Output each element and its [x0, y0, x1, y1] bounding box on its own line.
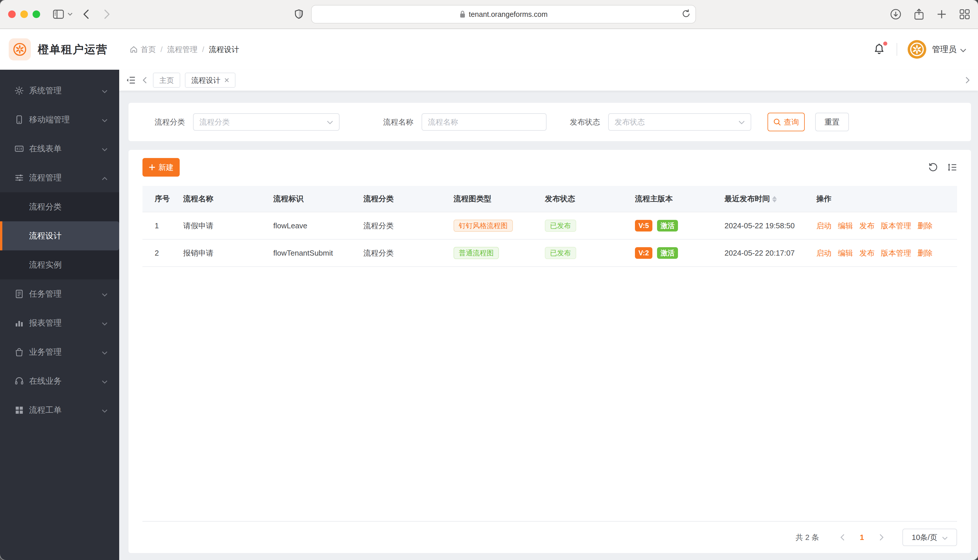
safari-sidebar-icon[interactable] [53, 9, 64, 19]
app-title: 橙单租户运营 [38, 42, 107, 57]
close-window-button[interactable] [8, 10, 16, 18]
sidebar-item-system-mgmt[interactable]: 系统管理 [0, 76, 119, 105]
tab-flow-design[interactable]: 流程设计 [185, 73, 236, 88]
avatar[interactable] [908, 40, 926, 59]
tab-home[interactable]: 主页 [153, 73, 180, 88]
publish-link[interactable]: 发布 [859, 221, 874, 230]
sidebar-item-flow-category[interactable]: 流程分类 [0, 192, 119, 221]
col-main-version: 流程主版本 [630, 186, 720, 212]
privacy-shield-icon[interactable] [295, 9, 303, 19]
user-menu-chevron-icon[interactable] [960, 44, 966, 55]
sidebar-item-business-mgmt[interactable]: 业务管理 [0, 338, 119, 367]
breadcrumb-home[interactable]: 首页 [130, 45, 156, 55]
reload-icon[interactable] [682, 9, 690, 18]
page-size-select[interactable]: 10条/页 [903, 528, 957, 546]
cell-category: 流程分类 [359, 239, 449, 267]
tabs-scroll-left-icon[interactable] [142, 77, 147, 83]
user-name[interactable]: 管理员 [932, 44, 956, 55]
sidebar-item-flow-instance[interactable]: 流程实例 [0, 250, 119, 279]
share-button[interactable] [914, 8, 924, 20]
publish-status-tag: 已发布 [545, 247, 576, 259]
sidebar-item-mobile-mgmt[interactable]: 移动端管理 [0, 105, 119, 134]
orange-slice-icon [908, 41, 926, 58]
forward-button[interactable] [104, 9, 110, 19]
plus-icon [149, 164, 155, 171]
query-button[interactable]: 查询 [767, 113, 805, 131]
notification-bell-button[interactable] [873, 43, 885, 55]
cell-actions: 启动编辑发布版本管理删除 [812, 239, 957, 267]
column-settings-icon[interactable] [947, 163, 957, 172]
chevron-down-icon [102, 86, 107, 95]
prev-page-icon[interactable] [832, 534, 853, 541]
screen: tenant.orangeforms.com 橙单 [0, 0, 978, 560]
start-link[interactable]: 启动 [816, 248, 831, 257]
sidebar-chevron-down-icon[interactable] [67, 12, 73, 16]
sidebar-item-report-mgmt[interactable]: 报表管理 [0, 308, 119, 338]
document-icon [15, 289, 24, 298]
delete-link[interactable]: 删除 [918, 221, 933, 230]
sort-carets-icon[interactable] [772, 196, 777, 202]
col-flow-name: 流程名称 [179, 186, 269, 212]
reset-button[interactable]: 重置 [815, 113, 849, 131]
filter-name-label: 流程名称 [383, 117, 413, 127]
headset-icon [15, 377, 24, 386]
sidebar-item-online-business[interactable]: 在线业务 [0, 367, 119, 396]
close-icon[interactable] [224, 78, 229, 82]
filter-name-input[interactable] [421, 113, 547, 131]
chevron-down-icon [942, 533, 948, 542]
new-tab-button[interactable] [937, 9, 946, 19]
page-number[interactable]: 1 [853, 533, 871, 542]
filter-status-label: 发布状态 [570, 117, 600, 127]
chevron-down-icon [102, 289, 107, 298]
active-badge: 激活 [657, 220, 678, 232]
delete-link[interactable]: 删除 [918, 248, 933, 257]
cell-published-at: 2024-05-22 20:17:07 [720, 239, 812, 267]
chevron-down-icon [102, 115, 107, 124]
back-button[interactable] [83, 9, 89, 19]
minimize-window-button[interactable] [20, 10, 28, 18]
version-mgmt-link[interactable]: 版本管理 [881, 248, 911, 257]
refresh-icon[interactable] [928, 162, 938, 172]
sidebar-item-online-forms[interactable]: 在线表单 [0, 134, 119, 163]
cell-published-at: 2024-05-22 19:58:50 [720, 212, 812, 239]
gear-icon [15, 86, 24, 95]
downloads-button[interactable] [890, 9, 901, 20]
divider [897, 43, 897, 56]
chevron-down-icon [102, 144, 107, 153]
filter-status-select[interactable]: 发布状态 [608, 113, 751, 131]
app-logo [9, 38, 31, 60]
breadcrumb-level2[interactable]: 流程管理 [167, 45, 197, 55]
filter-category-select[interactable]: 流程分类 [193, 113, 339, 131]
shopping-bag-icon [15, 347, 24, 357]
tab-overview-button[interactable] [960, 9, 970, 20]
diagram-type-tag: 普通流程图 [453, 247, 499, 259]
col-published-at[interactable]: 最近发布时间 [720, 186, 812, 212]
address-bar[interactable]: tenant.orangeforms.com [311, 5, 696, 23]
edit-link[interactable]: 编辑 [838, 221, 853, 230]
publish-status-tag: 已发布 [545, 220, 576, 232]
create-button[interactable]: 新建 [142, 158, 180, 177]
version-mgmt-link[interactable]: 版本管理 [881, 221, 911, 230]
next-page-icon[interactable] [871, 534, 892, 541]
tabs-scroll-right-icon[interactable] [965, 77, 970, 83]
edit-link[interactable]: 编辑 [838, 248, 853, 257]
sidebar-item-flow-design[interactable]: 流程设计 [0, 221, 119, 250]
home-icon [130, 45, 138, 53]
start-link[interactable]: 启动 [816, 221, 831, 230]
sidebar-item-flow-mgmt[interactable]: 流程管理 [0, 163, 119, 192]
chevron-down-icon [102, 377, 107, 386]
flow-mgmt-submenu: 流程分类 流程设计 流程实例 [0, 192, 119, 279]
col-flow-key: 流程标识 [269, 186, 359, 212]
publish-link[interactable]: 发布 [859, 248, 874, 257]
sidebar-item-flow-workorder[interactable]: 流程工单 [0, 396, 119, 425]
table-row: 1 请假申请 flowLeave 流程分类 钉钉风格流程图 已发布 V:5激活 … [142, 212, 957, 239]
version-badge: V:5 [635, 220, 652, 232]
sidebar-item-task-mgmt[interactable]: 任务管理 [0, 279, 119, 308]
pagination: 共 2 条 1 10条/页 [142, 522, 957, 553]
cell-flow-key: flowLeave [269, 212, 359, 239]
collapse-menu-icon[interactable] [126, 76, 135, 84]
col-index: 序号 [142, 186, 179, 212]
zoom-window-button[interactable] [33, 10, 40, 18]
browser-toolbar: tenant.orangeforms.com [0, 0, 978, 29]
table-toolbar: 新建 [142, 158, 957, 177]
